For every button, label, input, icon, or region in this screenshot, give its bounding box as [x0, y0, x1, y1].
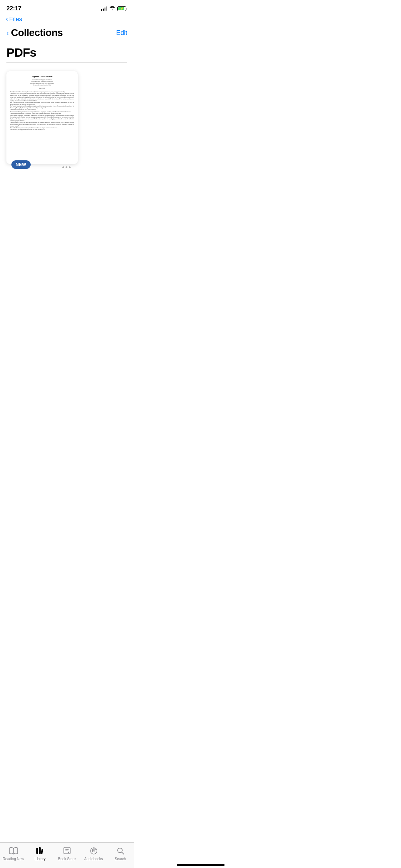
status-time: 22:17 [6, 5, 21, 12]
back-button[interactable]: ‹ Files [6, 16, 128, 23]
back-label: Files [9, 16, 22, 23]
signal-icon [101, 6, 107, 11]
wifi-icon [109, 6, 115, 11]
more-options-button[interactable] [62, 166, 71, 168]
pdf-preview: Nightfall ~ Isaac Asimov If the stars sh… [6, 71, 78, 164]
pdf-card-container: Nightfall ~ Isaac Asimov If the stars sh… [6, 71, 78, 164]
pdf-quote: If the stars should appear one night in … [10, 79, 74, 87]
back-chevron-icon: ‹ [6, 15, 8, 23]
battery-icon: ⚡ [117, 6, 127, 11]
pdfs-section-title: PDFs [0, 42, 134, 62]
collections-back-chevron[interactable]: ‹ [6, 29, 9, 37]
page-header: ‹ Collections Edit [0, 25, 134, 42]
status-bar: 22:17 ⚡ [0, 0, 134, 14]
content-area: Nightfall ~ Isaac Asimov If the stars sh… [0, 63, 134, 183]
new-badge: NEW [11, 160, 31, 169]
collections-back-label: Collections [11, 27, 63, 38]
pdf-card[interactable]: Nightfall ~ Isaac Asimov If the stars sh… [6, 71, 78, 164]
back-nav: ‹ Files [0, 14, 134, 25]
edit-button[interactable]: Edit [116, 29, 127, 37]
pdf-quote-author: EMERSON [10, 88, 74, 89]
pdf-body-text: Aton 77, director of Saro University, th… [10, 91, 74, 131]
pdfs-title: PDFs [6, 46, 36, 59]
pdf-doc-title: Nightfall ~ Isaac Asimov [10, 76, 74, 78]
status-icons: ⚡ [101, 6, 127, 11]
